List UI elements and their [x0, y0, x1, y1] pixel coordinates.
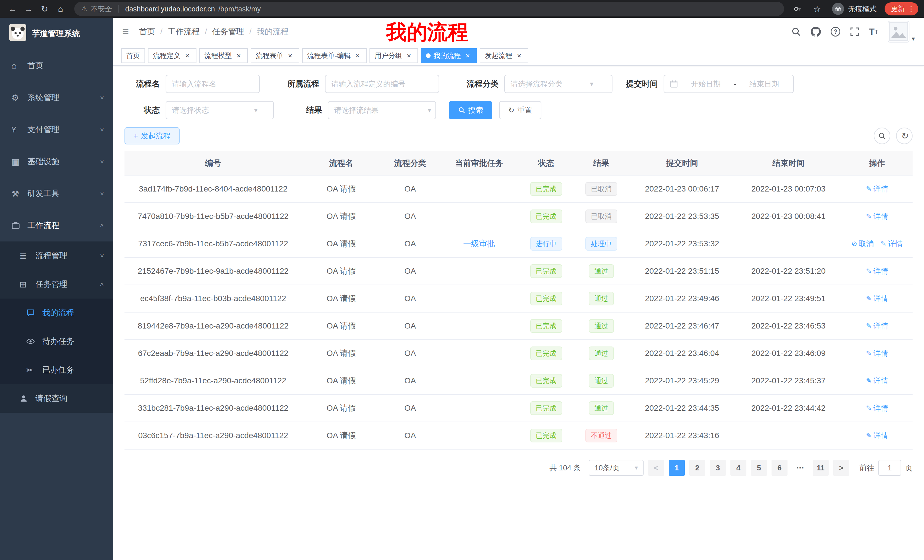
user-menu[interactable]: ▾ — [888, 21, 915, 42]
close-icon[interactable]: × — [464, 52, 472, 60]
hamburger-icon[interactable]: ≡ — [122, 25, 129, 38]
status-select[interactable] — [166, 101, 274, 119]
status-badge: 已完成 — [530, 346, 562, 360]
sidebar-item-task-management[interactable]: ⊞ 任务管理 > — [0, 270, 113, 298]
process-def-input[interactable] — [325, 75, 439, 93]
logo[interactable]: 芋道管理系统 — [0, 18, 113, 49]
chevron-down-icon: > — [100, 158, 104, 165]
sidebar-item-system-management[interactable]: ⚙ 系统管理 > — [0, 82, 113, 114]
page-button-5[interactable]: 5 — [751, 460, 767, 476]
tab-process-definition[interactable]: 流程定义 × — [148, 48, 196, 63]
date-range-picker[interactable]: 开始日期 - 结束日期 — [664, 75, 794, 93]
table-row: 7317cec6-7b9b-11ec-b5b7-acde48001122 OA … — [124, 230, 913, 258]
close-icon[interactable]: × — [235, 52, 243, 60]
fullscreen-icon[interactable] — [850, 27, 859, 36]
close-icon[interactable]: × — [354, 52, 362, 60]
process-name-input[interactable] — [166, 75, 260, 93]
chevron-up-icon: > — [100, 281, 104, 288]
key-icon[interactable] — [791, 2, 805, 16]
edit-icon: ✎ — [866, 267, 872, 275]
task-link[interactable]: 一级审批 — [463, 239, 495, 248]
status-badge: 已完成 — [530, 182, 562, 196]
sidebar-item-leave-query[interactable]: 请假查询 — [0, 384, 113, 413]
help-icon[interactable]: ? — [831, 27, 840, 36]
table-row: 67c2eaab-7b9a-11ec-a290-acde48001122 OA … — [124, 340, 913, 367]
detail-link[interactable]: ✎详情 — [866, 403, 888, 413]
page-button-11[interactable]: 11 — [813, 460, 829, 476]
browser-toolbar: ← → ↻ ⌂ ⚠ 不安全 dashboard.yudao.iocoder.cn… — [0, 0, 924, 18]
reset-button[interactable]: ↻ 重置 — [499, 101, 542, 119]
browser-refresh-icon[interactable]: ↻ — [38, 2, 51, 16]
page-button-4[interactable]: 4 — [730, 460, 746, 476]
search-button[interactable]: 搜索 — [449, 101, 492, 119]
annotation-my-process: 我的流程 — [386, 22, 468, 42]
sidebar-item-dev-tools[interactable]: ⚒ 研发工具 > — [0, 178, 113, 210]
browser-home-icon[interactable]: ⌂ — [54, 2, 68, 16]
breadcrumb-item[interactable]: 首页 — [139, 26, 155, 37]
category-select[interactable] — [504, 75, 612, 93]
bookmark-star-icon[interactable]: ☆ — [810, 2, 824, 16]
detail-link[interactable]: ✎详情 — [866, 349, 888, 358]
page-button-3[interactable]: 3 — [710, 460, 726, 476]
chevron-up-icon: > — [100, 222, 104, 229]
page-jump-input[interactable] — [878, 460, 901, 476]
tab-home[interactable]: 首页 — [121, 48, 145, 63]
refresh-table-button[interactable]: ↻ — [896, 127, 913, 144]
font-size-icon[interactable]: TT — [869, 27, 878, 37]
next-page-button[interactable]: > — [833, 460, 849, 476]
detail-link[interactable]: ✎详情 — [866, 431, 888, 441]
edit-icon: ✎ — [880, 240, 886, 248]
result-badge: 已取消 — [585, 182, 617, 196]
sidebar-item-todo-tasks[interactable]: 待办任务 — [0, 327, 113, 356]
sidebar-item-infrastructure[interactable]: ▣ 基础设施 > — [0, 145, 113, 178]
page-button-6[interactable]: 6 — [771, 460, 788, 476]
tab-user-group[interactable]: 用户分组 × — [369, 48, 418, 63]
tab-initiate-process[interactable]: 发起流程 × — [480, 48, 528, 63]
sidebar-item-payment-management[interactable]: ¥ 支付管理 > — [0, 114, 113, 145]
active-tab-dot — [426, 53, 430, 58]
browser-update-button[interactable]: 更新 ⋮ — [885, 2, 918, 15]
result-select[interactable] — [328, 101, 436, 119]
page-button-1[interactable]: 1 — [669, 460, 685, 476]
page-size-select[interactable]: 10条/页 ▾ — [589, 460, 644, 476]
sidebar-item-my-process[interactable]: 我的流程 — [0, 298, 113, 327]
cancel-link[interactable]: ⊘取消 — [852, 239, 874, 249]
close-icon[interactable]: × — [286, 52, 294, 60]
page-button-2[interactable]: 2 — [689, 460, 705, 476]
browser-back-icon[interactable]: ← — [6, 2, 20, 16]
search-icon[interactable] — [791, 27, 801, 36]
breadcrumb-item[interactable]: 任务管理 — [212, 26, 244, 37]
toolbar-right: ↻ — [868, 127, 913, 144]
close-icon[interactable]: × — [183, 52, 191, 60]
sidebar-item-process-management[interactable]: ≣ 流程管理 > — [0, 241, 113, 270]
column-header-operations: 操作 — [842, 151, 913, 175]
breadcrumb-item[interactable]: 工作流程 — [168, 26, 200, 37]
table-row: 52ffd28e-7b9a-11ec-a290-acde48001122 OA … — [124, 367, 913, 394]
github-icon[interactable] — [811, 27, 821, 37]
address-bar[interactable]: ⚠ 不安全 dashboard.yudao.iocoder.cn/bpm/tas… — [74, 2, 784, 16]
prev-page-button[interactable]: > — [648, 460, 664, 476]
close-icon[interactable]: × — [405, 52, 413, 60]
breadcrumb-separator: / — [160, 27, 162, 36]
detail-link[interactable]: ✎详情 — [866, 266, 888, 276]
tab-process-form-edit[interactable]: 流程表单-编辑 × — [302, 48, 367, 63]
briefcase-icon — [11, 221, 24, 230]
sidebar-item-done-tasks[interactable]: ✂ 已办任务 — [0, 356, 113, 384]
detail-link[interactable]: ✎详情 — [866, 321, 888, 331]
tab-process-form[interactable]: 流程表单 × — [251, 48, 299, 63]
initiate-process-button[interactable]: + 发起流程 — [124, 127, 180, 144]
sidebar-item-workflow[interactable]: 工作流程 > — [0, 210, 113, 241]
detail-link[interactable]: ✎详情 — [866, 184, 888, 194]
tab-process-model[interactable]: 流程模型 × — [199, 48, 248, 63]
detail-link[interactable]: ✎详情 — [866, 294, 888, 304]
detail-link[interactable]: ✎详情 — [866, 376, 888, 386]
close-icon[interactable]: × — [515, 52, 523, 60]
tab-my-process[interactable]: 我的流程 × — [421, 48, 477, 63]
sidebar-item-home[interactable]: ⌂ 首页 — [0, 49, 113, 82]
browser-forward-icon[interactable]: → — [22, 2, 35, 16]
more-pages-icon[interactable]: ⋯ — [792, 464, 808, 472]
toggle-search-button[interactable] — [874, 127, 890, 144]
browser-menu-icon[interactable]: ⋮ — [908, 4, 915, 13]
detail-link[interactable]: ✎详情 — [880, 239, 903, 249]
detail-link[interactable]: ✎详情 — [866, 211, 888, 222]
